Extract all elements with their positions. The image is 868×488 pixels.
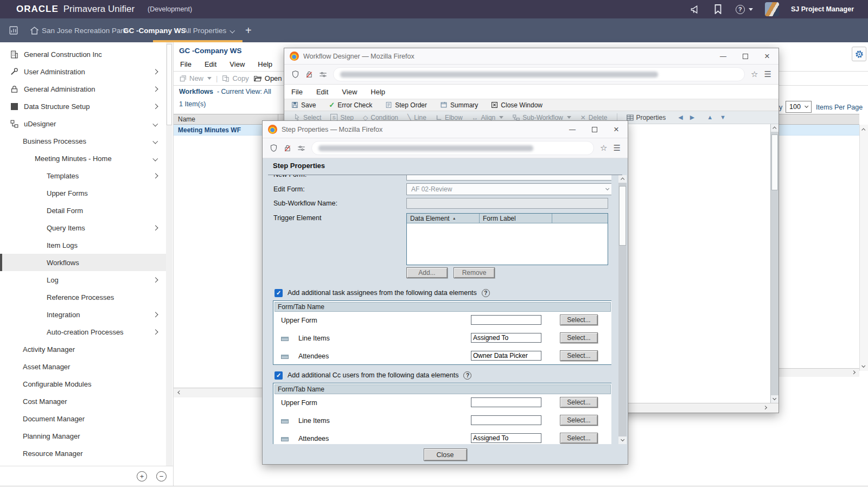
tab-san-jose-recreation-park[interactable]: San Jose Recreation Park (42, 18, 127, 42)
collapse-all-button[interactable]: − (156, 471, 167, 481)
sidebar-item-auto-creation-processes[interactable]: Auto-creation Processes (0, 323, 166, 341)
upper-form-input[interactable] (471, 315, 541, 325)
maximize-button[interactable] (592, 127, 597, 132)
save-button[interactable]: Save (291, 101, 316, 109)
assignees-checkbox[interactable]: ✓ (275, 289, 283, 297)
close-button[interactable]: × (614, 125, 619, 134)
select-button[interactable]: Select... (560, 397, 598, 408)
properties-button[interactable]: Properties (627, 114, 666, 121)
sidebar-scrollbar[interactable] (166, 42, 173, 466)
scroll-down-button[interactable] (618, 436, 627, 444)
select-button[interactable]: Select... (560, 332, 598, 343)
sidebar-item-planning-manager[interactable]: Planning Manager (0, 427, 166, 445)
settings-button[interactable] (852, 47, 866, 61)
nav-up-button[interactable]: ▲ (707, 114, 713, 121)
shield-icon[interactable] (291, 70, 299, 79)
menu-view[interactable]: View (229, 60, 245, 68)
insecure-lock-icon[interactable] (284, 144, 291, 152)
avatar[interactable] (765, 2, 779, 16)
close-dialog-button[interactable]: Close (424, 448, 467, 461)
nav-down-button[interactable]: ▼ (720, 114, 726, 121)
sidebar-item-reference-processes[interactable]: Reference Processes (0, 288, 166, 306)
shield-icon[interactable] (270, 144, 278, 152)
close-window-button[interactable]: Close Window (491, 101, 542, 109)
select-button[interactable]: Select... (560, 415, 598, 426)
sidebar-item-upper-forms[interactable]: Upper Forms (0, 184, 166, 202)
sidebar-item-meeting-minutes-home[interactable]: Meeting Minutes - Home (0, 150, 166, 167)
expand-all-button[interactable]: + (137, 471, 147, 481)
nav-right-button[interactable]: ▶ (690, 114, 694, 121)
sidebar-item-general-administration[interactable]: General Administration (0, 80, 166, 98)
tab-gc-company-ws[interactable]: GC -Company WS (123, 18, 186, 42)
menu-edit[interactable]: Edit (205, 60, 216, 68)
page-vertical-scrollbar[interactable] (859, 125, 868, 371)
sidebar-item-templates[interactable]: Templates (0, 167, 166, 184)
cc-checkbox[interactable]: ✓ (275, 371, 283, 380)
scroll-down-button[interactable] (771, 395, 778, 403)
sidebar-item-udesigner[interactable]: uDesigner (0, 115, 166, 132)
sidebar-item-user-administration[interactable]: User Administration (0, 63, 166, 80)
new-button[interactable]: New (179, 74, 212, 82)
wd-scrollbar-thumb[interactable] (771, 134, 778, 190)
menu-file[interactable]: File (180, 60, 192, 68)
help-menu[interactable]: ? (736, 5, 753, 14)
attendees-input[interactable] (471, 433, 541, 443)
select-button[interactable]: Select... (560, 350, 598, 361)
help-icon[interactable]: ? (482, 289, 490, 297)
home-icon[interactable] (29, 18, 40, 42)
edit-form-select[interactable]: AF 02-Review (406, 183, 611, 195)
sidebar-item-activity-manager[interactable]: Activity Manager (0, 341, 166, 358)
address-bar[interactable] (333, 67, 745, 81)
minimize-button[interactable]: — (720, 53, 726, 60)
select-button[interactable]: Select... (560, 433, 598, 444)
sidebar-item-configurable-modules[interactable]: Configurable Modules (0, 375, 166, 393)
clipped-field-select[interactable] (406, 175, 611, 181)
sidebar-item-data-structure-setup[interactable]: Data Structure Setup (0, 98, 166, 115)
scroll-up-icon[interactable] (861, 128, 866, 132)
remove-button[interactable]: Remove (454, 267, 495, 278)
scroll-right-icon[interactable] (763, 406, 768, 410)
copy-button[interactable]: Copy (222, 74, 248, 82)
wd-menu-edit[interactable]: Edit (316, 88, 328, 96)
menu-help[interactable]: Help (258, 60, 272, 68)
address-bar[interactable] (311, 141, 594, 155)
sidebar-item-detail-form[interactable]: Detail Form (0, 202, 166, 219)
scroll-left-icon[interactable] (177, 390, 182, 395)
upper-form-input[interactable] (471, 397, 541, 407)
form-label-column[interactable]: Form Label (480, 214, 552, 223)
line-items-input[interactable] (471, 415, 541, 425)
nav-left-button[interactable]: ◀ (678, 114, 682, 121)
sp-titlebar[interactable]: Step Properties — Mozilla Firefox — × (263, 121, 628, 138)
sp-vertical-scrollbar[interactable] (618, 175, 627, 444)
wd-menu-view[interactable]: View (342, 88, 357, 96)
line-items-input[interactable] (471, 333, 541, 343)
permissions-icon[interactable] (319, 71, 327, 78)
sidebar-scrollbar-thumb[interactable] (167, 44, 172, 125)
summary-button[interactable]: Summary (440, 101, 478, 109)
scroll-up-button[interactable] (771, 124, 778, 132)
preview-horizontal-scrollbar[interactable] (779, 368, 859, 377)
announcements-icon[interactable] (690, 4, 701, 15)
minimize-button[interactable]: — (569, 126, 576, 133)
sidebar-item-workflows[interactable]: Workflows (0, 254, 166, 271)
hamburger-menu-icon[interactable]: ☰ (614, 143, 621, 153)
sp-scrollbar-thumb[interactable] (619, 186, 626, 246)
permissions-icon[interactable] (297, 145, 305, 152)
attendees-input[interactable] (471, 351, 541, 361)
sidebar-item-general-construction-inc[interactable]: General Construction Inc (0, 46, 166, 63)
scroll-up-button[interactable] (618, 175, 627, 183)
wd-titlebar[interactable]: Workflow Designer — Mozilla Firefox — × (284, 48, 778, 65)
sidebar-item-item-logs[interactable]: Item Logs (0, 236, 166, 254)
sidebar-item-query-items[interactable]: Query Items (0, 219, 166, 236)
help-icon[interactable]: ? (463, 371, 471, 380)
tab-all-properties[interactable]: All Properties (183, 18, 226, 42)
bookmark-star-icon[interactable]: ☆ (751, 69, 758, 79)
sidebar-item-asset-manager[interactable]: Asset Manager (0, 358, 166, 375)
tab-dropdown-chevron-icon[interactable] (231, 18, 234, 42)
dashboard-icon[interactable] (9, 18, 18, 42)
bookmark-star-icon[interactable]: ☆ (600, 143, 607, 153)
name-column-header[interactable]: Name (178, 115, 195, 123)
step-order-button[interactable]: Step Order (385, 101, 427, 109)
maximize-button[interactable] (743, 54, 748, 59)
sub-workflow-input[interactable] (406, 198, 608, 209)
